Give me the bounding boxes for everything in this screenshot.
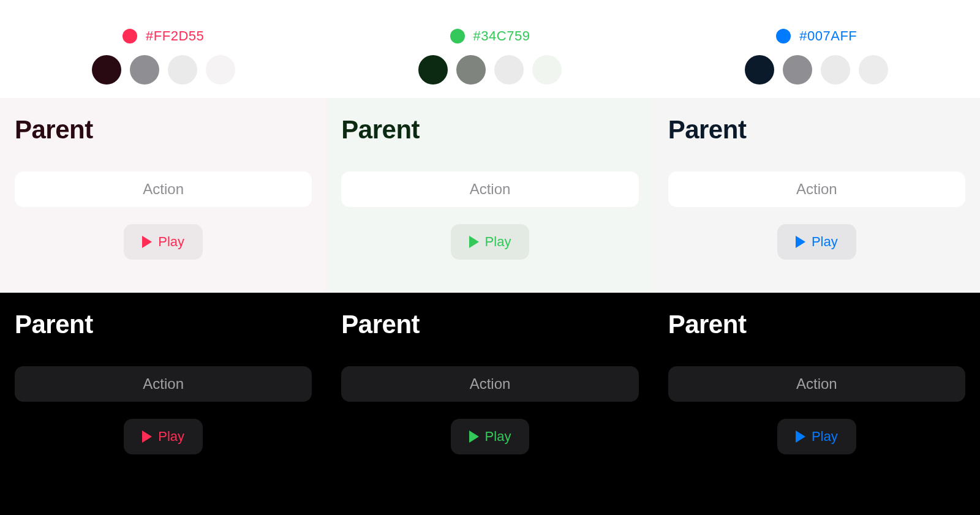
panel-title: Parent (668, 115, 965, 145)
hex-label: #FF2D55 (146, 28, 204, 44)
panel-dark-1: Parent Action Play (326, 293, 653, 515)
action-button[interactable]: Action (15, 366, 312, 402)
play-label: Play (158, 429, 184, 445)
play-icon (796, 236, 805, 248)
header-cell-0: #FF2D55 (0, 0, 326, 98)
action-button[interactable]: Action (341, 366, 638, 402)
action-label: Action (143, 181, 184, 198)
header-row: #FF2D55 #34C759 #007AFF (0, 0, 980, 98)
panel-dark-0: Parent Action Play (0, 293, 326, 515)
action-button[interactable]: Action (15, 171, 312, 207)
play-icon (469, 430, 479, 443)
swatch-1 (130, 55, 159, 85)
panel-dark-2: Parent Action Play (654, 293, 980, 515)
panel-title: Parent (341, 115, 638, 145)
swatch-0 (745, 55, 774, 85)
header-cell-1: #34C759 (326, 0, 653, 98)
hex-label: #007AFF (799, 28, 857, 44)
swatch-row (92, 55, 235, 85)
play-label: Play (485, 234, 511, 250)
play-button[interactable]: Play (451, 224, 530, 260)
swatch-1 (456, 55, 486, 85)
action-label: Action (796, 181, 837, 198)
play-icon (142, 236, 152, 248)
swatch-2 (821, 55, 850, 85)
action-button[interactable]: Action (341, 171, 638, 207)
action-label: Action (470, 181, 511, 198)
hex-row: #34C759 (450, 28, 530, 44)
panel-title: Parent (15, 310, 312, 339)
accent-dot (776, 29, 791, 43)
hex-label: #34C759 (473, 28, 530, 44)
swatch-0 (92, 55, 121, 85)
play-icon (469, 236, 479, 248)
swatch-2 (494, 55, 524, 85)
panel-light-1: Parent Action Play (326, 98, 653, 293)
panel-title: Parent (15, 115, 312, 145)
accent-dot (450, 29, 465, 43)
play-button[interactable]: Play (124, 419, 203, 454)
dark-row: Parent Action Play Parent Action Play Pa… (0, 293, 980, 515)
play-button[interactable]: Play (451, 419, 530, 454)
play-label: Play (812, 429, 838, 445)
play-label: Play (485, 429, 511, 445)
action-label: Action (796, 375, 837, 393)
panel-light-0: Parent Action Play (0, 98, 326, 293)
swatch-3 (532, 55, 562, 85)
swatch-1 (783, 55, 812, 85)
play-button[interactable]: Play (124, 224, 203, 260)
swatch-0 (418, 55, 448, 85)
swatch-3 (859, 55, 888, 85)
swatch-3 (206, 55, 235, 85)
panel-light-2: Parent Action Play (654, 98, 980, 293)
swatch-row (418, 55, 562, 85)
accent-dot (123, 29, 137, 43)
hex-row: #007AFF (776, 28, 857, 44)
header-cell-2: #007AFF (654, 0, 980, 98)
swatch-row (745, 55, 888, 85)
swatch-2 (168, 55, 197, 85)
panel-title: Parent (341, 310, 638, 339)
play-label: Play (158, 234, 184, 250)
play-button[interactable]: Play (777, 224, 856, 260)
action-button[interactable]: Action (668, 171, 965, 207)
action-button[interactable]: Action (668, 366, 965, 402)
panel-title: Parent (668, 310, 965, 339)
light-row: Parent Action Play Parent Action Play Pa… (0, 98, 980, 293)
play-label: Play (812, 234, 838, 250)
action-label: Action (143, 375, 184, 393)
play-icon (796, 430, 805, 443)
play-button[interactable]: Play (777, 419, 856, 454)
play-icon (142, 430, 152, 443)
hex-row: #FF2D55 (123, 28, 204, 44)
action-label: Action (470, 375, 511, 393)
